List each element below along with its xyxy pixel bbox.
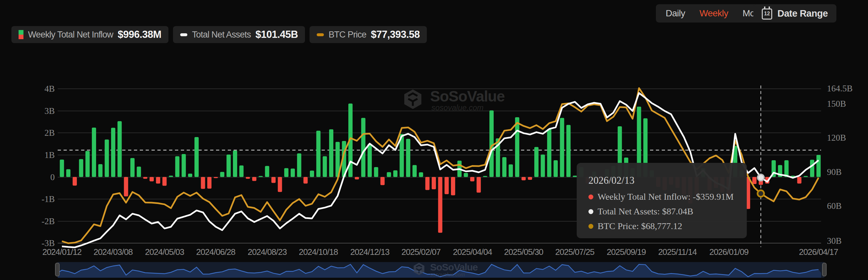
inflow-bar[interactable] [265,166,269,177]
inflow-bar[interactable] [477,177,481,193]
inflow-bar[interactable] [322,156,327,177]
tab-weekly[interactable]: Weekly [700,8,728,19]
inflow-bar[interactable] [368,144,372,177]
inflow-bar[interactable] [816,155,821,177]
inflow-bar[interactable] [387,172,391,177]
inflow-bar[interactable] [361,118,366,177]
inflow-bar[interactable] [374,167,378,177]
x-axis-label: 2024/01/12 [42,247,82,257]
inflow-bar[interactable] [156,177,160,184]
inflow-bar[interactable] [810,160,814,177]
inflow-bar[interactable] [804,176,808,177]
inflow-bar[interactable] [534,147,538,177]
inflow-bar[interactable] [226,155,231,177]
inflow-bar[interactable] [797,177,802,184]
inflow-bar[interactable] [554,160,558,177]
inflow-bar[interactable] [316,131,320,177]
inflow-bar[interactable] [470,177,474,181]
inflow-bar[interactable] [522,177,526,180]
inflow-bar[interactable] [182,154,186,177]
inflow-bar[interactable] [220,172,224,177]
inflow-bar[interactable] [104,139,109,177]
x-axis-label: 2025/02/07 [401,247,440,257]
inflow-bar[interactable] [432,177,436,189]
inflow-bar[interactable] [240,165,244,177]
inflow-bar[interactable] [201,177,205,189]
inflow-bar[interactable] [483,176,487,177]
inflow-bar[interactable] [175,156,180,177]
tab-daily[interactable]: Daily [666,8,685,19]
inflow-bar[interactable] [297,153,301,177]
inflow-bar[interactable] [130,158,134,177]
inflow-bar[interactable] [573,175,577,177]
right-axis-label: 120B [827,133,846,143]
date-range-button[interactable]: 12 Date Range [753,4,836,23]
inflow-bar[interactable] [566,125,570,177]
inflow-bar[interactable] [194,137,199,177]
inflow-bar[interactable] [393,170,398,177]
inflow-bar[interactable] [438,177,442,233]
navigator-handle-left[interactable] [55,263,59,276]
x-axis-label: 2024/10/18 [299,247,338,257]
inflow-bar[interactable] [233,150,237,177]
inflow-bar[interactable] [252,177,256,181]
inflow-bar[interactable] [329,129,333,177]
inflow-bar[interactable] [310,171,314,177]
inflow-bar[interactable] [124,177,128,196]
inflow-bar[interactable] [412,165,417,177]
inflow-bar[interactable] [380,177,385,185]
inflow-bar[interactable] [464,173,468,177]
inflow-bar[interactable] [207,177,212,189]
inflow-bar[interactable] [162,177,166,186]
inflow-bar[interactable] [60,160,64,177]
legend-item-btc-price[interactable]: BTC Price $77,393.58 [310,26,427,43]
legend-item-net-assets[interactable]: Total Net Assets $101.45B [173,26,305,43]
inflow-bar[interactable] [291,169,295,177]
inflow-bar[interactable] [66,169,70,177]
inflow-bar[interactable] [784,160,788,177]
inflow-bar[interactable] [85,151,90,177]
inflow-bar[interactable] [419,172,423,177]
inflow-bar[interactable] [98,164,103,177]
inflow-bar[interactable] [444,177,449,194]
inflow-bar[interactable] [406,139,410,177]
inflow-bar[interactable] [355,177,359,179]
inflow-bar[interactable] [515,117,519,177]
inflow-bar[interactable] [541,155,545,177]
inflow-bar[interactable] [73,177,77,185]
inflow-bar[interactable] [271,177,276,183]
btc-price-marker [757,190,764,197]
inflow-bar[interactable] [188,174,192,177]
inflow-bar[interactable] [528,177,532,180]
inflow-bar[interactable] [246,177,250,178]
inflow-bar[interactable] [118,121,122,177]
white-dash-icon [180,33,187,36]
inflow-bar[interactable] [92,128,96,177]
inflow-bar[interactable] [502,157,506,177]
inflow-bar[interactable] [143,177,147,178]
tooltip-row-btc-price: BTC Price: $68,777.12 [588,221,747,231]
legend-label: Weekly Total Net Inflow [28,30,113,40]
inflow-bar[interactable] [111,128,115,177]
inflow-bar[interactable] [752,177,756,184]
inflow-bar[interactable] [214,177,218,178]
legend-item-net-inflow[interactable]: Weekly Total Net Inflow $996.38M [11,26,168,43]
inflow-bar[interactable] [489,110,494,177]
legend-value: $996.38M [118,29,161,40]
inflow-bar[interactable] [137,167,141,177]
inflow-bar[interactable] [560,118,564,177]
x-axis-label: 2025/07/25 [555,247,594,257]
inflow-bar[interactable] [79,159,84,177]
inflow-bar[interactable] [547,129,551,177]
inflow-bar[interactable] [278,177,282,192]
inflow-bar[interactable] [451,177,455,195]
navigator-handle-right[interactable] [823,263,826,276]
inflow-bar[interactable] [259,176,263,177]
inflow-bar[interactable] [303,177,308,184]
inflow-bar[interactable] [508,165,513,177]
inflow-bar[interactable] [284,168,288,177]
inflow-bar[interactable] [425,177,429,190]
inflow-bar[interactable] [150,177,154,181]
right-axis-label: 30B [827,236,842,246]
inflow-bar[interactable] [169,175,173,177]
